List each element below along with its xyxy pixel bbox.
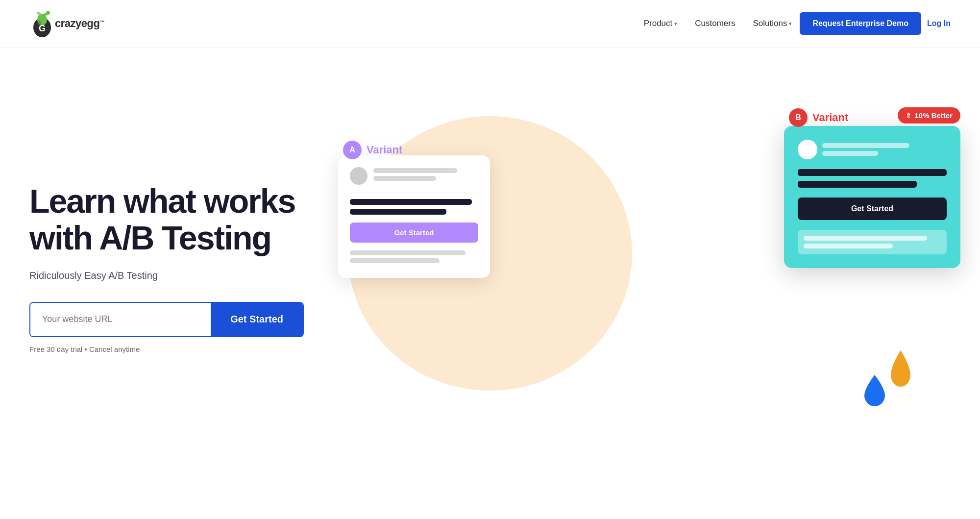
- skeleton-line: [822, 143, 909, 148]
- logo-icon: G: [29, 9, 55, 38]
- navbar: G crazyegg™ Product ▾ Customers Solution…: [0, 0, 980, 48]
- trial-text: Free 30 day trial • Cancel anytime: [29, 345, 304, 353]
- skeleton-line: [373, 176, 436, 181]
- logo-tm: ™: [99, 20, 104, 25]
- blue-drop-svg: [862, 374, 887, 408]
- b-content-lines: [798, 169, 947, 188]
- hero-subtitle: Ridiculously Easy A/B Testing: [29, 270, 304, 281]
- variant-a-label: A Variant: [343, 141, 402, 159]
- content-line-dark: [798, 181, 917, 188]
- svg-text:G: G: [39, 24, 46, 33]
- login-button[interactable]: Log In: [927, 19, 951, 28]
- url-input-group: Get Started: [29, 302, 304, 337]
- card-content: [350, 199, 478, 215]
- nav-link-product[interactable]: Product ▾: [644, 19, 678, 28]
- blue-drop: [862, 374, 887, 410]
- logo[interactable]: G crazyegg™: [29, 9, 104, 38]
- nav-item-solutions[interactable]: Solutions ▾: [753, 19, 792, 28]
- variant-b-label: B Variant: [789, 108, 848, 127]
- hero-illustration: A Variant Get Started: [323, 97, 951, 440]
- chevron-down-icon-2: ▾: [789, 21, 792, 27]
- request-demo-button[interactable]: Request Enterprise Demo: [800, 12, 921, 35]
- variant-b-card: B Variant ⇑ 10% Better Get Started: [784, 126, 960, 268]
- footer-line: [350, 258, 440, 263]
- card-footer: [350, 250, 478, 263]
- skeleton-line: [373, 168, 457, 173]
- hero-section: Learn what works with A/B Testing Ridicu…: [0, 48, 980, 479]
- variant-a-circle: A: [343, 141, 362, 159]
- b-footer: [798, 230, 947, 254]
- nav-links: Product ▾ Customers Solutions ▾: [644, 19, 792, 28]
- variant-a-card: A Variant Get Started: [338, 155, 490, 278]
- orange-drop-svg: [890, 349, 911, 389]
- url-input[interactable]: [30, 303, 211, 336]
- nav-item-product[interactable]: Product ▾: [644, 19, 678, 28]
- svg-point-4: [46, 11, 50, 15]
- logo-text: crazyegg: [55, 17, 99, 29]
- orange-drop: [890, 349, 911, 391]
- nav-link-customers[interactable]: Customers: [695, 19, 735, 28]
- line-group: [373, 168, 478, 184]
- variant-b-circle: B: [789, 108, 808, 127]
- card-avatar-row: [350, 167, 478, 185]
- nav-item-customers[interactable]: Customers: [695, 19, 735, 28]
- b-line-group: [822, 143, 947, 156]
- up-arrows-icon: ⇑: [906, 112, 911, 120]
- divider: [350, 193, 478, 193]
- content-line: [350, 209, 446, 215]
- content-line: [350, 199, 472, 205]
- skeleton-line: [822, 151, 878, 156]
- footer-line: [804, 244, 893, 248]
- variant-a-text: Variant: [367, 144, 402, 156]
- footer-line: [350, 250, 466, 255]
- variant-b-cta-button[interactable]: Get Started: [798, 198, 947, 220]
- variant-a-cta-button[interactable]: Get Started: [350, 222, 478, 243]
- better-badge: ⇑ 10% Better: [898, 107, 960, 124]
- hero-title: Learn what works with A/B Testing: [29, 183, 304, 256]
- footer-line: [804, 236, 927, 241]
- nav-link-solutions[interactable]: Solutions ▾: [753, 19, 792, 28]
- content-line-dark: [798, 169, 947, 176]
- avatar: [350, 167, 368, 185]
- hero-left: Learn what works with A/B Testing Ridicu…: [29, 183, 323, 353]
- get-started-button[interactable]: Get Started: [211, 303, 303, 336]
- chevron-down-icon: ▾: [674, 21, 677, 27]
- avatar-white: [798, 140, 817, 159]
- variant-b-header: [798, 140, 947, 159]
- variant-b-text: Variant: [812, 111, 848, 124]
